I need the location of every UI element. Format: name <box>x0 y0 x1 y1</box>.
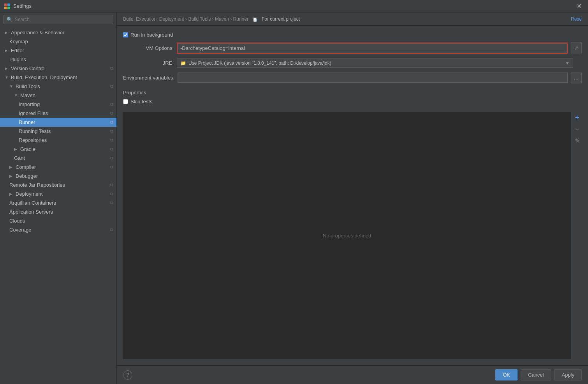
sidebar-item-app-servers[interactable]: Application Servers <box>0 207 116 216</box>
properties-table: No properties defined <box>123 112 571 359</box>
env-vars-row: Environment variables: … <box>123 73 582 83</box>
env-var-input-wrap <box>178 73 568 83</box>
window-title: Settings <box>13 3 32 9</box>
copy-icon: ⧉ <box>110 84 113 89</box>
copy-icon: ⧉ <box>110 129 113 134</box>
sidebar-item-deployment[interactable]: ▶ Deployment ⧉ <box>0 189 116 198</box>
search-box[interactable]: 🔍 <box>3 15 113 24</box>
ok-button[interactable]: OK <box>495 369 518 380</box>
sidebar-item-importing[interactable]: Importing ⧉ <box>0 100 116 109</box>
jre-label: JRE: <box>123 60 174 66</box>
sidebar: 🔍 ▶ Appearance & Behavior Keymap ▶ Edito… <box>0 12 117 384</box>
copy-icon: ⧉ <box>110 227 113 232</box>
sidebar-item-coverage[interactable]: Coverage ⧉ <box>0 225 116 234</box>
sidebar-item-repositories[interactable]: Repositories ⧉ <box>0 136 116 145</box>
sidebar-item-plugins[interactable]: Plugins <box>0 55 116 64</box>
run-in-background-checkbox[interactable] <box>123 32 128 37</box>
copy-icon: ⧉ <box>110 156 113 161</box>
sidebar-item-running-tests[interactable]: Running Tests ⧉ <box>0 127 116 136</box>
sidebar-item-build-tools[interactable]: ▼ Build Tools ⧉ <box>0 82 116 91</box>
properties-label: Properties <box>123 90 582 96</box>
side-actions: + − ✎ <box>572 112 582 359</box>
edit-property-button[interactable]: ✎ <box>572 136 582 147</box>
sidebar-item-version-control[interactable]: ▶ Version Control ⧉ <box>0 64 116 73</box>
sidebar-item-label: Compiler <box>16 164 36 170</box>
vm-options-input[interactable] <box>178 43 567 53</box>
apply-button[interactable]: Apply <box>554 369 582 380</box>
content-area: Build, Execution, Deployment › Build Too… <box>117 12 588 384</box>
arrow-icon: ▶ <box>14 147 19 151</box>
arrow-icon: ▶ <box>9 192 14 196</box>
env-vars-expand-button[interactable]: … <box>571 73 582 83</box>
arrow-icon: ▼ <box>14 93 19 97</box>
vm-options-input-wrap <box>177 42 568 54</box>
sidebar-item-label: Appearance & Behavior <box>11 30 64 35</box>
sidebar-item-label: Maven <box>20 92 35 98</box>
run-in-background-label: Run in background <box>130 32 173 38</box>
run-in-background-row: Run in background <box>123 32 582 38</box>
svg-rect-1 <box>7 4 10 6</box>
main-layout: 🔍 ▶ Appearance & Behavior Keymap ▶ Edito… <box>0 12 588 384</box>
bottom-bar: ? OK Cancel Apply <box>117 365 588 384</box>
sidebar-item-label: Debugger <box>16 173 38 179</box>
sidebar-item-gradle[interactable]: ▶ Gradle ⧉ <box>0 145 116 154</box>
sidebar-item-label: Deployment <box>16 191 42 197</box>
sidebar-item-label: Plugins <box>9 57 26 62</box>
sidebar-item-keymap[interactable]: Keymap <box>0 37 116 46</box>
sidebar-item-gant[interactable]: Gant ⧉ <box>0 154 116 163</box>
sidebar-item-debugger[interactable]: ▶ Debugger <box>0 172 116 180</box>
sidebar-item-label: Runner <box>19 119 35 125</box>
svg-text:📄: 📄 <box>253 18 257 22</box>
properties-section: Properties Skip tests <box>123 90 582 104</box>
env-vars-input[interactable] <box>178 73 567 83</box>
reset-link[interactable]: Rese <box>571 16 582 22</box>
skip-tests-checkbox[interactable] <box>123 99 128 104</box>
sidebar-item-arquillian[interactable]: Arquillian Containers ⧉ <box>0 198 116 207</box>
close-button[interactable]: ✕ <box>574 2 584 11</box>
no-properties-text: No properties defined <box>323 233 371 239</box>
copy-icon: ⧉ <box>110 66 113 71</box>
copy-icon: ⧉ <box>110 138 113 143</box>
arrow-icon: ▶ <box>5 66 9 71</box>
dropdown-arrow-icon: ▼ <box>565 60 570 66</box>
sidebar-item-label: Coverage <box>9 227 31 233</box>
sidebar-item-label: Keymap <box>9 39 28 44</box>
breadcrumb: Build, Execution, Deployment › Build Too… <box>123 16 300 22</box>
skip-tests-label: Skip tests <box>130 99 152 104</box>
note-icon: 📄 <box>252 17 258 22</box>
sidebar-item-appearance[interactable]: ▶ Appearance & Behavior <box>0 28 116 37</box>
copy-icon: ⧉ <box>110 200 113 205</box>
svg-rect-2 <box>4 7 7 9</box>
vm-options-expand-button[interactable]: ⤢ <box>571 42 582 53</box>
sidebar-item-label: Arquillian Containers <box>9 200 56 206</box>
sidebar-item-build[interactable]: ▼ Build, Execution, Deployment <box>0 73 116 82</box>
remove-property-button[interactable]: − <box>572 124 582 135</box>
content-body: Run in background VM Options: ⤢ JRE: 📁 U… <box>117 26 588 365</box>
sidebar-item-ignored-files[interactable]: Ignored Files ⧉ <box>0 109 116 118</box>
add-property-button[interactable]: + <box>572 112 582 123</box>
sidebar-item-label: Gradle <box>20 146 35 152</box>
copy-icon: ⧉ <box>110 182 113 188</box>
sidebar-item-maven[interactable]: ▼ Maven <box>0 91 116 100</box>
jre-select[interactable]: 📁 Use Project JDK (java version "1.8.0_1… <box>177 58 573 68</box>
search-input[interactable] <box>15 17 110 22</box>
sidebar-item-label: Running Tests <box>19 128 51 134</box>
help-button[interactable]: ? <box>123 370 132 380</box>
sidebar-item-remote-jar[interactable]: Remote Jar Repositories ⧉ <box>0 180 116 189</box>
sidebar-item-editor[interactable]: ▶ Editor <box>0 46 116 55</box>
cancel-button[interactable]: Cancel <box>521 369 551 380</box>
sidebar-item-clouds[interactable]: Clouds <box>0 216 116 225</box>
sidebar-item-label: Build, Execution, Deployment <box>11 74 77 80</box>
copy-icon: ⧉ <box>110 102 113 107</box>
arrow-icon: ▶ <box>5 48 9 53</box>
sidebar-item-label: Application Servers <box>9 209 53 215</box>
skip-tests-row: Skip tests <box>123 99 582 104</box>
sidebar-item-compiler[interactable]: ▶ Compiler ⧉ <box>0 163 116 172</box>
copy-icon: ⧉ <box>110 111 113 116</box>
vm-options-row: VM Options: ⤢ <box>123 42 582 54</box>
sidebar-item-label: Clouds <box>9 218 25 224</box>
content-header: Build, Execution, Deployment › Build Too… <box>117 12 588 26</box>
copy-icon: ⧉ <box>110 120 113 125</box>
copy-icon: ⧉ <box>110 191 113 196</box>
sidebar-item-runner[interactable]: Runner ⧉ <box>0 118 116 127</box>
